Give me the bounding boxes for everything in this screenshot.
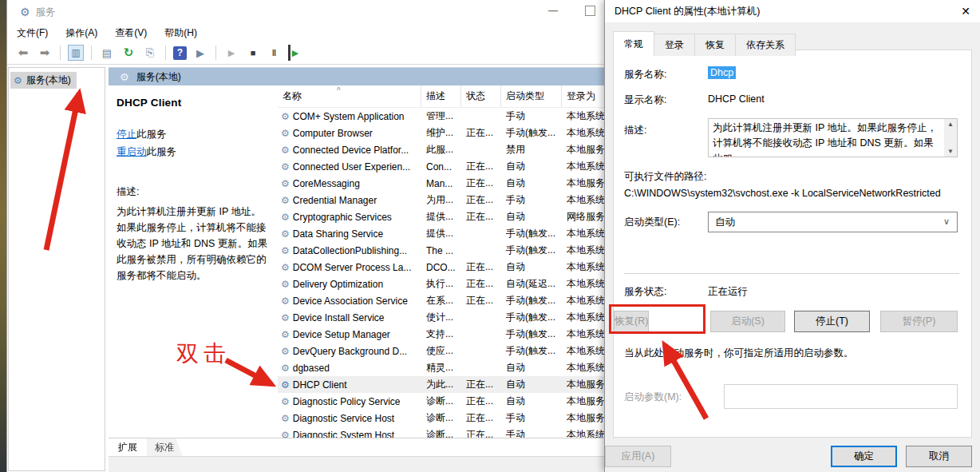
console-tree-panel: ⚙ 服务(本地) (8, 67, 105, 471)
service-logon-as: 本地系统 (562, 294, 605, 307)
table-row[interactable]: DevQuery Background D... 使应... 手动(触发... … (278, 343, 605, 359)
dialog-tab[interactable]: 恢复 (694, 34, 736, 56)
service-logon-as: 本地系统 (562, 311, 605, 324)
service-gear-icon (281, 295, 290, 307)
column-header-description[interactable]: 描述 (421, 85, 461, 107)
close-icon[interactable]: ✕ (961, 5, 970, 18)
dialog-footer-button[interactable]: 确定 (831, 446, 897, 467)
table-row[interactable]: Credential Manager 为用... 正在... 手动 本地系统 (278, 192, 605, 208)
restart-service-icon[interactable]: ▶ (288, 45, 299, 61)
table-row[interactable]: COM+ System Application 管理... 手动 本地系统 (278, 108, 605, 125)
table-row[interactable]: Diagnostic Policy Service 诊断... 正在... 自动… (278, 393, 605, 410)
back-icon[interactable]: ⬅ (15, 45, 31, 61)
table-row[interactable]: Device Install Service 使计... 手动(触发... 本地… (278, 309, 605, 326)
table-row[interactable]: DHCP Client 为此... 正在... 自动 本地服务 (278, 376, 605, 393)
table-row[interactable]: Device Setup Manager 支持... 手动(触发... 本地系统 (278, 326, 605, 343)
startup-type-select[interactable]: 自动 ∨ (708, 212, 958, 232)
service-status: 正在... (461, 177, 501, 190)
dialog-tab[interactable]: 常规 (613, 31, 654, 56)
dialog-tab[interactable]: 依存关系 (735, 34, 796, 56)
minimize-icon[interactable]: — (548, 5, 558, 16)
table-row[interactable]: Diagnostic System Host 诊断... 正在... 手动 本地… (278, 426, 605, 438)
service-name: dgbased (293, 363, 330, 374)
service-desc: 在系... (421, 294, 461, 307)
start-params-hint: 当从此处启动服务时，你可指定所适用的启动参数。 (624, 347, 854, 360)
service-status: 正在... (461, 395, 501, 408)
table-row[interactable]: DataCollectionPublishing... The ... 手动(触… (278, 242, 605, 259)
export-list-icon[interactable]: ⎘ (142, 45, 158, 61)
service-desc: 提供... (421, 210, 461, 224)
service-gear-icon (281, 245, 290, 256)
pause-service-icon[interactable]: ‖ (267, 45, 283, 61)
service-name: DCOM Server Process La... (293, 262, 412, 273)
start-params-input[interactable] (724, 384, 958, 409)
menu-bar: 文件(F)操作(A)查看(V)帮助(H) (7, 24, 605, 42)
table-row[interactable]: Connected Device Platfor... 此服... 禁用 本地服… (278, 141, 605, 158)
service-gear-icon (281, 111, 290, 122)
menu-item[interactable]: 帮助(H) (164, 26, 197, 40)
refresh-icon[interactable]: ↻ (121, 45, 136, 61)
service-logon-as: 本地系统 (562, 260, 605, 274)
table-row[interactable]: Computer Browser 维护... 正在... 手动(触发... 本地… (278, 125, 605, 141)
service-name-value[interactable]: Dhcp (708, 66, 736, 79)
service-status: 正在... (461, 210, 501, 224)
service-action-button[interactable]: 恢复(R) (614, 311, 649, 332)
service-status-value: 正在运行 (708, 285, 748, 299)
restart-service-link[interactable]: 重启动 (117, 146, 147, 157)
properties-icon[interactable]: ▤ (99, 45, 115, 61)
service-action-button[interactable]: 启动(S) (710, 311, 785, 332)
table-row[interactable]: Device Association Service 在系... 正在... 手… (278, 292, 605, 309)
service-startup-type: 手动(触发... (501, 311, 562, 324)
stop-service-icon[interactable]: ■ (245, 45, 261, 61)
scroll-down-icon[interactable]: ▼ (947, 146, 954, 157)
help-icon[interactable]: ? (173, 46, 187, 60)
restart-service-suffix: 此服务 (147, 146, 177, 157)
action-pane-icon[interactable]: ▶ (192, 45, 208, 61)
table-row[interactable]: DCOM Server Process La... DCO... 正在... 自… (278, 259, 605, 276)
menu-item[interactable]: 操作(A) (65, 26, 97, 40)
start-service-icon[interactable]: ▶ (223, 45, 239, 61)
table-row[interactable]: Data Sharing Service 提供... 手动(触发... 本地系统 (278, 225, 605, 242)
services-app-icon: ⚙ (20, 6, 30, 18)
service-startup-type: 自动(延迟... (501, 277, 562, 291)
toolbar-separator (91, 46, 92, 60)
table-row[interactable]: Cryptographic Services 提供... 正在... 自动 网络… (278, 208, 605, 225)
service-desc: DCO... (421, 262, 461, 273)
description-textbox[interactable]: 为此计算机注册并更新 IP 地址。如果此服务停止，计算机将不能接收动态 IP 地… (708, 118, 958, 157)
table-row[interactable]: Connected User Experien... Con... 正在... … (278, 158, 605, 175)
description-scrollbar[interactable]: ▲ ▼ (944, 119, 957, 157)
table-row[interactable]: Diagnostic Service Host 诊断... 正在... 手动 本… (278, 410, 605, 426)
column-header-status[interactable]: 状态 (461, 85, 501, 107)
service-desc: 提供... (421, 227, 461, 240)
menu-item[interactable]: 文件(F) (17, 26, 48, 40)
column-header-name[interactable]: ^名称 (278, 85, 421, 107)
maximize-icon[interactable] (585, 6, 595, 16)
dialog-tab[interactable]: 登录 (654, 34, 695, 56)
stop-service-suffix: 此服务 (136, 129, 167, 140)
dhcp-properties-dialog: DHCP Client 的属性(本地计算机) ✕ 常规登录恢复依存关系 服务名称… (604, 0, 980, 472)
stop-service-link[interactable]: 停止 (117, 129, 136, 140)
table-row[interactable]: CoreMessaging Man... 正在... 自动 本地服务 (278, 175, 605, 192)
column-header-startup-type[interactable]: 启动类型 (501, 85, 562, 107)
dialog-title: DHCP Client 的属性(本地计算机) (614, 5, 760, 18)
dialog-footer-button[interactable]: 取消 (906, 446, 972, 467)
dialog-footer-button[interactable]: 应用(A) (605, 446, 671, 467)
service-gear-icon (281, 145, 290, 156)
dialog-title-bar: DHCP Client 的属性(本地计算机) ✕ (605, 0, 980, 22)
service-startup-type: 手动 (501, 428, 562, 438)
table-row[interactable]: Delivery Optimization 执行... 正在... 自动(延迟.… (278, 276, 605, 292)
scroll-up-icon[interactable]: ▲ (947, 119, 954, 129)
tree-item-services-local[interactable]: ⚙ 服务(本地) (10, 72, 77, 89)
service-action-button[interactable]: 暂停(P) (880, 311, 958, 332)
column-header-logon-as[interactable]: 登录为 (562, 85, 605, 107)
service-name-label: 服务名称: (624, 68, 666, 81)
table-row[interactable]: dgbased 精灵... 自动 本地系统 (278, 359, 605, 376)
show-console-tree-icon[interactable]: ▥ (68, 45, 84, 61)
service-desc: 此服... (421, 143, 461, 157)
exe-path-value: C:\WINDOWS\system32\svchost.exe -k Local… (624, 188, 941, 199)
forward-icon[interactable]: ➡ (37, 45, 53, 61)
service-logon-as: 本地系统 (562, 109, 605, 123)
description-label: 描述: (624, 124, 646, 137)
service-action-button[interactable]: 停止(T) (794, 311, 870, 332)
menu-item[interactable]: 查看(V) (115, 26, 147, 40)
